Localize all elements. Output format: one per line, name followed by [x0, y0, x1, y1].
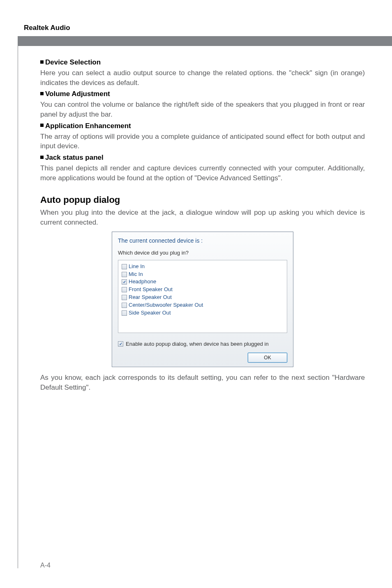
heading-text: Volume Adjustment: [45, 90, 110, 98]
checkbox-icon[interactable]: [118, 341, 123, 347]
device-label: Rear Speaker Out: [129, 294, 172, 301]
para-volume-adjustment: You can control the volume or balance th…: [40, 100, 365, 119]
para-jack-status: This panel depicts all render and captur…: [40, 163, 365, 183]
device-label: Front Speaker Out: [129, 286, 173, 294]
enable-label: Enable auto popup dialog, when device ha…: [126, 340, 269, 348]
device-label: Side Speaker Out: [129, 309, 171, 317]
bullet-icon: [40, 156, 44, 159]
checkbox-icon[interactable]: [122, 310, 127, 316]
page-number: A-4: [40, 562, 51, 569]
para-auto-popup-intro: When you plug into the device at the jac…: [40, 208, 365, 227]
device-option[interactable]: Front Speaker Out: [122, 286, 284, 294]
heading-application-enhancement: Application Enhancement: [40, 121, 365, 131]
device-option[interactable]: Rear Speaker Out: [122, 294, 284, 301]
page-title: Realtek Audio: [24, 24, 70, 32]
bullet-icon: [40, 92, 44, 95]
device-option[interactable]: Center/Subwoofer Speaker Out: [122, 301, 284, 309]
ok-button[interactable]: OK: [248, 353, 287, 363]
heading-text: Device Selection: [45, 58, 101, 66]
checkbox-icon[interactable]: [122, 264, 127, 269]
para-application-enhancement: The array of options will provide you a …: [40, 132, 365, 152]
heading-text: Application Enhancement: [45, 122, 131, 130]
bullet-icon: [40, 60, 44, 64]
checkbox-icon[interactable]: [122, 272, 127, 277]
device-option[interactable]: Headphone: [122, 278, 284, 286]
enable-auto-popup-row[interactable]: Enable auto popup dialog, when device ha…: [118, 340, 287, 348]
dialog-prompt: Which device did you plug in?: [118, 249, 287, 257]
heading-text: Jack status panel: [45, 154, 104, 161]
heading-jack-status: Jack status panel: [40, 153, 365, 163]
checkbox-icon[interactable]: [122, 279, 127, 285]
content-area: Device Selection Here you can select a a…: [40, 57, 365, 394]
checkbox-icon[interactable]: [122, 287, 127, 292]
checkbox-icon[interactable]: [122, 303, 127, 308]
bullet-icon: [40, 124, 44, 127]
heading-auto-popup: Auto popup dialog: [40, 194, 365, 207]
heading-volume-adjustment: Volume Adjustment: [40, 89, 365, 99]
device-label: Headphone: [129, 278, 156, 286]
device-option[interactable]: Line In: [122, 263, 284, 271]
device-list: Line In Mic In Headphone Front Speaker O…: [118, 260, 287, 333]
header-rule: [18, 36, 392, 46]
heading-device-selection: Device Selection: [40, 57, 365, 67]
device-option[interactable]: Side Speaker Out: [122, 309, 284, 317]
checkbox-icon[interactable]: [122, 295, 127, 300]
dialog-title: The current connected device is :: [112, 236, 293, 249]
device-label: Center/Subwoofer Speaker Out: [129, 301, 203, 309]
para-auto-popup-outro: As you know, each jack corresponds to it…: [40, 373, 365, 393]
device-option[interactable]: Mic In: [122, 271, 284, 278]
popup-dialog: The current connected device is : Which …: [112, 232, 293, 367]
left-margin-rule: [18, 36, 18, 568]
device-label: Mic In: [129, 271, 143, 278]
para-device-selection: Here you can select a audio output sourc…: [40, 68, 365, 88]
device-label: Line In: [129, 263, 145, 271]
